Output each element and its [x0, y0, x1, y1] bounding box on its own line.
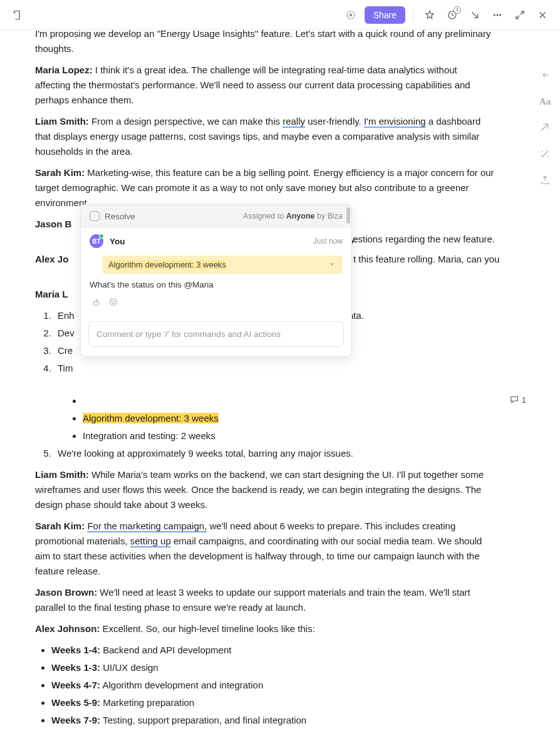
paragraph: Liam Smith: From a design perspective, w…: [35, 114, 495, 159]
download-icon[interactable]: [466, 6, 484, 24]
speaker-name: Jason B: [35, 219, 71, 229]
clock-icon[interactable]: 1: [443, 6, 461, 24]
star-icon[interactable]: [421, 6, 438, 24]
automation-icon[interactable]: [537, 120, 552, 135]
paragraph: Sarah Kim: For the marketing campaign, w…: [35, 519, 495, 579]
list-item: Weeks 1-4: Backend and API development: [51, 643, 495, 658]
comment-input[interactable]: Comment or type '/' for commands and AI …: [88, 321, 344, 347]
underlined-text: For the marketing campaign,: [87, 521, 207, 532]
sub-list: Algorithm development: 3 weeks Integrati…: [58, 393, 495, 443]
scrollbar[interactable]: [346, 207, 350, 224]
magic-icon[interactable]: [537, 147, 552, 162]
right-rail: Aa: [530, 30, 560, 188]
underlined-text: setting up: [130, 536, 171, 547]
svg-point-3: [494, 14, 495, 16]
checkbox-icon[interactable]: [90, 211, 100, 221]
svg-point-5: [500, 14, 501, 16]
speaker-name: Maria Lopez:: [35, 65, 93, 75]
underlined-text: really: [283, 116, 305, 128]
paragraph: Alex Johnson: Excellent. So, our high-le…: [35, 621, 495, 636]
comment-quote[interactable]: Algorithm development: 3 weeks: [102, 256, 343, 274]
share-button[interactable]: Share: [365, 6, 405, 24]
comment-count: 1: [522, 395, 526, 405]
more-icon[interactable]: [489, 6, 506, 24]
speaker-name: Liam Smith:: [35, 469, 89, 480]
list-item: Weeks 1-3: UI/UX design: [51, 660, 495, 675]
list-item: Tim Algorithm development: 3 weeks Integ…: [54, 361, 495, 443]
page-menu-icon[interactable]: [9, 6, 26, 24]
divider: [413, 9, 413, 21]
list-item: We're looking at approximately 9 weeks t…: [54, 446, 495, 461]
comment-header: Resolve Assigned to Anyone by Biza: [81, 205, 351, 228]
svg-point-6: [110, 299, 117, 306]
top-toolbar: Share 1: [0, 0, 560, 30]
comment-author: You: [110, 237, 125, 246]
resolve-label: Resolve: [105, 212, 135, 221]
typography-icon[interactable]: Aa: [537, 94, 552, 109]
comment-timestamp: Just now: [313, 237, 343, 246]
list-item: Weeks 5-9: Marketing preparation: [51, 695, 495, 710]
paragraph: Liam Smith: While Maria's team works on …: [35, 467, 495, 512]
speaker-name: Liam Smith:: [35, 116, 89, 127]
list-item: Algorithm development: 3 weeks: [83, 411, 495, 426]
paragraph: Maria Lopez: I think it's a great idea. …: [35, 63, 495, 108]
speaker-name: Alex Jo: [35, 254, 68, 264]
underlined-text: I'm envisioning: [364, 116, 426, 128]
svg-point-8: [114, 301, 115, 301]
thumbs-up-icon[interactable]: [91, 297, 101, 309]
svg-point-1: [350, 14, 351, 16]
speaker-name: Alex Johnson:: [35, 623, 100, 634]
export-icon[interactable]: [537, 173, 552, 188]
list-item: Weeks 4-7: Algorithm development and int…: [51, 678, 495, 693]
close-icon[interactable]: [534, 6, 551, 24]
list-item: [83, 393, 495, 408]
indent-icon[interactable]: [537, 68, 552, 83]
paragraph: I'm proposing we develop an "Energy Usag…: [35, 26, 495, 56]
presence-dot: [99, 234, 104, 239]
svg-point-4: [497, 14, 498, 16]
paragraph: Jason Brown: We'll need at least 3 weeks…: [35, 585, 495, 615]
comment-popover: Resolve Assigned to Anyone by Biza BT Yo…: [80, 204, 352, 356]
highlighted-text[interactable]: Algorithm development: 3 weeks: [83, 413, 219, 423]
speaker-name: Sarah Kim:: [35, 521, 85, 531]
target-icon[interactable]: [342, 6, 360, 24]
avatar: BT: [90, 234, 103, 248]
list-item: Weeks 7-9: Testing, support preparation,…: [51, 713, 495, 728]
timeline-list: Weeks 1-4: Backend and API development W…: [35, 643, 495, 728]
quote-text: Algorithm development: 3 weeks: [108, 260, 226, 269]
chevron-down-icon[interactable]: [328, 259, 336, 270]
speaker-name: Jason Brown:: [35, 587, 97, 598]
speaker-name: Sarah Kim:: [35, 167, 85, 178]
expand-icon[interactable]: [511, 6, 529, 24]
speaker-name: Maria L: [35, 289, 68, 299]
comment-marker[interactable]: 1: [509, 395, 526, 405]
list-item: Integration and testing: 2 weeks: [83, 428, 495, 443]
svg-point-0: [347, 11, 355, 19]
svg-point-7: [111, 301, 112, 301]
clock-badge: 1: [454, 6, 461, 14]
comment-message: What's the status on this @Maria: [90, 280, 343, 289]
assignment-label[interactable]: Assigned to Anyone by Biza: [243, 212, 343, 220]
resolve-checkbox[interactable]: Resolve: [90, 211, 135, 221]
document-body: I'm proposing we develop an "Energy Usag…: [0, 30, 530, 731]
emoji-icon[interactable]: [108, 297, 118, 309]
